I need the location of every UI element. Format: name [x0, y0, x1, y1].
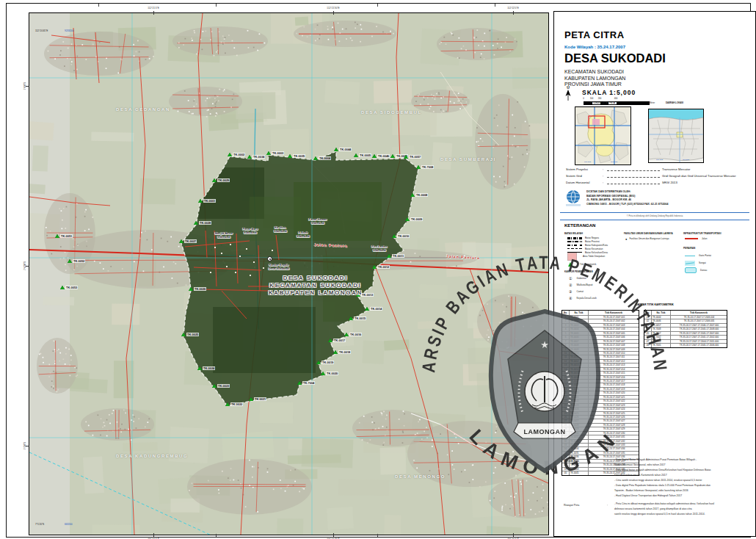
riwayat-peta-label: Riwayat Peta: [564, 504, 579, 507]
satellite-basemap: [29, 13, 548, 535]
table-row: 7TK.0007TK.35.24.17.2007.007: [562, 339, 639, 343]
government-office-list: ① Gubernur ② Walikota/Bupati ③ Camat ④ K…: [569, 275, 642, 302]
office-row: ① Gubernur: [569, 275, 642, 281]
table-row: 27TK.0027TK.35.24.17.2007.027: [562, 419, 639, 422]
boundary-line-sample: [567, 237, 582, 239]
table-row: 33TK.0033TK.35.24.17.2007.033: [562, 443, 639, 446]
village-office-label: Kantor KepalaDesa Sukodadi: [269, 264, 290, 270]
copyright-line: © Peta ini dilindungi oleh Undang-Undang…: [560, 214, 749, 217]
table-row: 29TK.0029TK.35.24.17.2007.029: [562, 427, 639, 430]
table-row: 24TK.0024TK.35.24.17.2007.024: [562, 407, 639, 410]
table-row: 43TK.0057TK.35.24.17.2007-17.2006-17.200…: [644, 323, 727, 327]
disputed-area-swatch: [567, 253, 577, 261]
water-sample: [685, 267, 697, 273]
fold-tick: [98, 4, 99, 7]
kartometric-table-left: No.No. TitikTitik Kartometrik 1TK.0001TK…: [561, 310, 639, 476]
circled-number-icon: ④: [569, 296, 572, 300]
divider: [560, 220, 749, 220]
table-row: 12TK.0012TK.35.24.17.2007.012: [562, 359, 639, 363]
table-row: 48TK.7005TK.35.24.17.2007-17.2005-17.200…: [644, 343, 727, 347]
datum-row: Datum Horizontal: SRGI 2013: [566, 181, 749, 184]
batas-wilayah-header: BATAS WILAYAH: [564, 232, 583, 235]
scale-label: SKALA 1:5,000: [582, 89, 636, 96]
table-row: 46TK.7002TK.35.24.17.2007-17.2001-17.200…: [644, 335, 727, 339]
water-sample: [685, 261, 695, 266]
table-row: 14TK.0014TK.35.24.17.2007.014: [562, 367, 639, 371]
fold-tick: [377, 4, 378, 7]
divider: [560, 212, 749, 213]
table-row: 2TK.0002TK.35.24.17.2007.002: [562, 319, 639, 322]
kartometric-table-title: DAFTAR TITIK KARTOMETRIK: [554, 303, 755, 306]
village-office-marker-icon: [267, 256, 272, 261]
table-row: 42TK.0046TK.35.24.17.2007-17.2006.005: [644, 319, 727, 322]
disputed-area-row: Area Tidak Disepakati: [567, 255, 605, 258]
office-row: ④ Kepala Desa/Lurah: [569, 295, 642, 302]
table-row: 1TK.0001TK.35.24.17.2007.001: [562, 315, 639, 319]
table-row: 22TK.0022TK.35.24.17.2007.022: [562, 399, 639, 402]
table-row: 10TK.0010TK.35.24.17.2007.010: [562, 351, 639, 355]
table-row: 31TK.0031TK.35.24.17.2007.031: [562, 435, 639, 438]
boundary-line-sample: [567, 248, 582, 249]
table-header: No.No. TitikTitik Kartometrik: [562, 311, 639, 315]
water-legend-list: Garis Pantai Sungai Danau: [685, 252, 744, 274]
grid-row: Sistem Grid: Grid Geografi dan Grid Univ…: [566, 174, 749, 178]
table-row: 18TK.0018TK.35.24.17.2007.018: [562, 383, 639, 386]
table-row: 30TK.0030TK.35.24.17.2007.030: [562, 431, 639, 435]
history-line: - Peta Citra ini dibuat menggunakan data…: [614, 502, 749, 507]
table-row: 19TK.0019TK.35.24.17.2007.019: [562, 387, 639, 391]
village-name-title: DESA SUKODADI: [564, 51, 666, 65]
table-row: 45TK.7007TK.35.24.17.2007-17.2005-17.200…: [644, 331, 727, 335]
table-row: 9TK.0009TK.35.24.17.2007.009: [562, 347, 639, 351]
fold-tick: [377, 534, 378, 537]
water-sample: [685, 256, 695, 256]
region-inset-map: 112°15'E 112°35'E: [648, 109, 704, 163]
bottom-graticule-ticks: 112°21'0"E112°21'30"E112°22'0"E: [29, 534, 548, 539]
table-row: 3TK.0003TK.35.24.17.2007.003: [562, 323, 639, 327]
circled-number-icon: ③: [569, 289, 572, 294]
kantor-header: KANTOR PEMERINTAHAN: [564, 270, 593, 273]
fold-tick: [495, 4, 495, 7]
map-sheet-page: { "panel": { "title": "PETA CITRA", "kod…: [0, 0, 756, 539]
source-line: - Data digital batas wilayah administras…: [614, 468, 749, 473]
history-line: satelit resolusi tinggi dengan resolusi …: [614, 512, 749, 517]
table-row: 41TK.0044TK.35.24.17.2007-17.2006.004: [644, 315, 727, 319]
riwayat-peta-lines: - Peta Citra ini dibuat menggunakan data…: [614, 502, 749, 517]
source-line: Desa/Kelurahan secara Kartometrik tahun …: [614, 473, 749, 478]
table-row: 11TK.0011TK.35.24.17.2007.011: [562, 355, 639, 358]
source-line: - Data Digital Batas Wilayah Administras…: [614, 457, 749, 463]
admin-hierarchy: KECAMATAN SUKODADI KABUPATEN LAMONGAN PR…: [564, 69, 625, 88]
table-row: 44TK.7008TK.35.24.17.2007-17.2005-17.200…: [644, 327, 727, 330]
table-row: 20TK.0020TK.35.24.17.2007.020: [562, 391, 639, 394]
village-title-label: DESA SUKODADI KECAMATAN SUKODADI KABUPAT…: [239, 275, 393, 297]
page-title: PETA CITRA: [564, 29, 625, 40]
fold-tick: [216, 4, 217, 7]
north-arrow-icon: U: [563, 85, 573, 101]
table-header: No.No. TitikTitik Kartometrik: [644, 311, 727, 315]
map-frame: DESA GEDANGANDESA SIDOGEMBULDESA SUMBERA…: [29, 12, 549, 535]
legend-panel: PETA CITRA Kode Wilayah : 35.24.17.2007 …: [553, 11, 756, 537]
table-row: 5TK.0005TK.35.24.17.2007.005: [562, 331, 639, 335]
office-row: ② Walikota/Bupati: [569, 281, 642, 288]
inset-right-title: DAERAH LOKASI: [666, 101, 683, 104]
legend-row: Garis Pantai: [685, 252, 744, 259]
source-line: - Citra satelit resolusi tinggi akuisisi…: [614, 478, 749, 483]
legend-title: KETERANGAN: [564, 223, 595, 228]
table-row: 21TK.0021TK.35.24.17.2007.021: [562, 395, 639, 399]
road-line-sample: [685, 238, 698, 239]
perairan-header: PERAIRAN: [683, 247, 695, 250]
source-line: - Hasil Digitasi Unsur Transportasi dan …: [614, 493, 749, 499]
inset-left-title: PETUNJUK LETAK PETA: [590, 101, 615, 104]
legend-row: Sungai: [685, 259, 744, 267]
source-line: Badan Informasi Geospasial, edisi tahun …: [614, 463, 749, 468]
kartometric-table-right: No.No. TitikTitik Kartometrik 41TK.0044T…: [644, 310, 727, 348]
legend-row: Batas Kelurahan/Desa: [567, 250, 641, 254]
kartometric-triangle-icon: [568, 262, 573, 267]
kartometric-legend-row: Titik Kartometrik: [568, 263, 596, 267]
circled-number-icon: ①: [569, 276, 572, 281]
table-row: 15TK.0015TK.35.24.17.2007.015: [562, 371, 639, 375]
table-row: 4TK.0004TK.35.24.17.2007.004: [562, 327, 639, 330]
projection-row: Sistem Proyeksi: Transverse Mercator: [566, 167, 749, 171]
left-graticule-ticks: 7°4'0"S7°4'30"S7°5'0"S: [15, 12, 29, 534]
source-line: - Data digital Peta Rupabumi Indonesia s…: [614, 483, 749, 488]
sumber-peta-label: Sumber Peta: [564, 460, 579, 463]
